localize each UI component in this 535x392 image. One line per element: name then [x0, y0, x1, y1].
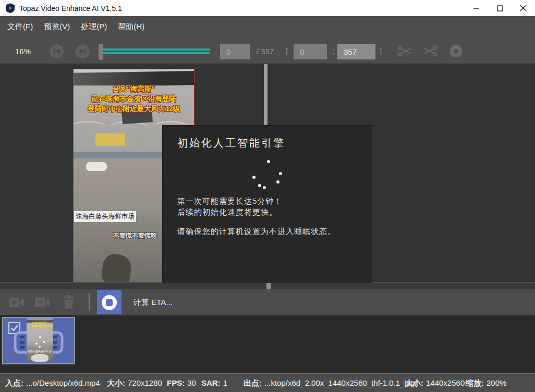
cut-right-icon[interactable]: [423, 44, 438, 58]
video-submerged-car: [86, 162, 107, 171]
maximize-button[interactable]: [488, 0, 512, 16]
horizontal-scrollbar[interactable]: [0, 282, 535, 289]
headline-line-3: 登陆时中心附近最大风力12级: [74, 104, 194, 114]
dialog-line-1: 第一次可能需要长达5分钟！: [177, 197, 282, 206]
menu-preview[interactable]: 预览(V): [44, 22, 70, 32]
current-frame-input[interactable]: [220, 44, 250, 59]
minimize-button[interactable]: [465, 0, 488, 16]
timeline-track-top[interactable]: [103, 48, 210, 51]
range-separator: :: [332, 46, 334, 55]
dialog-line-3: 请确保您的计算机设置为不进入睡眠状态。: [177, 227, 336, 237]
preview-area: 台风“海高斯” 已在珠海市金湾区沿海登陆 登陆时中心附近最大风力12级 珠海白藤…: [0, 64, 535, 289]
playback-toolbar: 16% / 357 [ : ]: [0, 38, 535, 64]
video-location-caption: 珠海白藤头海鲜市场: [74, 211, 136, 222]
skip-to-start-icon[interactable]: [50, 44, 64, 58]
clip-mini-preview: 台风“海高斯” 已在珠海市金湾区沿海登陆 珠海白藤头海鲜市场: [27, 318, 53, 362]
add-clip-icon[interactable]: [8, 296, 28, 309]
range-bracket-open: [: [286, 46, 288, 55]
status-input-size: 大小:720x1280: [107, 378, 162, 388]
dialog-title: 初始化人工智能引擎: [177, 136, 285, 150]
process-toolbar: 计算 ETA...: [0, 289, 535, 315]
skip-to-end-icon[interactable]: [76, 44, 90, 58]
stop-outline-icon[interactable]: [449, 44, 463, 58]
timeline-track-bottom[interactable]: [103, 52, 210, 54]
window-title: Topaz Video Enhance AI V1.5.1: [19, 4, 122, 13]
mini-location-caption: 珠海白藤头海鲜市场: [28, 350, 52, 353]
horizontal-scrollbar-thumb[interactable]: [266, 283, 271, 289]
status-out-point: 出点:...ktop/x6d_2.00x_1440x2560_thf-1.0.1…: [244, 378, 417, 388]
range-bracket-close: ]: [380, 46, 382, 55]
trash-icon[interactable]: [62, 295, 76, 310]
status-bar: 入点:...o/Desktop/x6d.mp4 大小:720x1280 FPS:…: [0, 373, 535, 392]
app-window: Topaz Video Enhance AI V1.5.1 文件(F) 预览(V…: [0, 0, 535, 392]
menu-process[interactable]: 处理(P): [81, 22, 107, 32]
range-end-input[interactable]: [337, 44, 375, 59]
headline-line-2: 已在珠海市金湾区沿海登陆: [74, 94, 194, 104]
total-frames-label: / 357: [257, 47, 274, 56]
status-output-size: 大小:1440x2560: [405, 378, 465, 388]
video-overlay-caption: 不要慌不要慌呀: [113, 231, 157, 240]
remove-clip-icon[interactable]: [34, 296, 54, 309]
close-button[interactable]: [512, 0, 535, 16]
video-headline-caption: 台风“海高斯” 已在珠海市金湾区沿海登陆 登陆时中心附近最大风力12级: [74, 84, 194, 114]
maximize-icon: [497, 5, 503, 11]
title-bar: Topaz Video Enhance AI V1.5.1: [0, 0, 535, 16]
menu-help[interactable]: 帮助(H): [118, 22, 144, 32]
close-icon: [520, 5, 527, 11]
app-logo-icon: [6, 3, 15, 13]
video-bridge-arch: [73, 121, 107, 134]
init-engine-dialog: 初始化人工智能引擎 第一次可能需要长达5分钟！ 后续的初始化速度将更快。 请确保…: [163, 126, 372, 282]
range-start-input[interactable]: [294, 44, 327, 59]
stop-processing-icon: [102, 295, 117, 310]
clip-list-strip: 台风“海高斯” 已在珠海市金湾区沿海登陆 珠海白藤头海鲜市场: [0, 315, 535, 373]
window-controls: [465, 0, 535, 16]
menu-file[interactable]: 文件(F): [7, 22, 33, 32]
toolbar-divider: [89, 293, 90, 311]
minimize-icon: [473, 5, 480, 11]
mini-debris: [31, 354, 48, 362]
status-in-point: 入点:...o/Desktop/x6d.mp4: [5, 378, 100, 388]
status-zoom: 缩放:200%: [466, 378, 506, 388]
dialog-line-2: 后续的初始化速度将更快。: [177, 207, 277, 217]
menu-bar: 文件(F) 预览(V) 处理(P) 帮助(H): [0, 16, 535, 38]
eta-label: 计算 ETA...: [133, 298, 173, 308]
mini-caption-text: 台风“海高斯” 已在珠海市金湾区沿海登陆: [27, 321, 53, 327]
stop-processing-button[interactable]: [97, 290, 121, 314]
zoom-level-label: 16%: [15, 47, 31, 56]
clip-thumbnail-selected[interactable]: 台风“海高斯” 已在珠海市金湾区沿海登陆 珠海白藤头海鲜市场: [2, 317, 75, 364]
status-fps: FPS:30: [167, 378, 196, 387]
headline-line-1: 台风“海高斯”: [74, 84, 194, 94]
timeline-slider-handle[interactable]: [99, 44, 103, 60]
video-yellow-sign: [95, 133, 125, 146]
cut-left-icon[interactable]: [397, 44, 412, 58]
status-sar: SAR:1: [201, 378, 227, 387]
